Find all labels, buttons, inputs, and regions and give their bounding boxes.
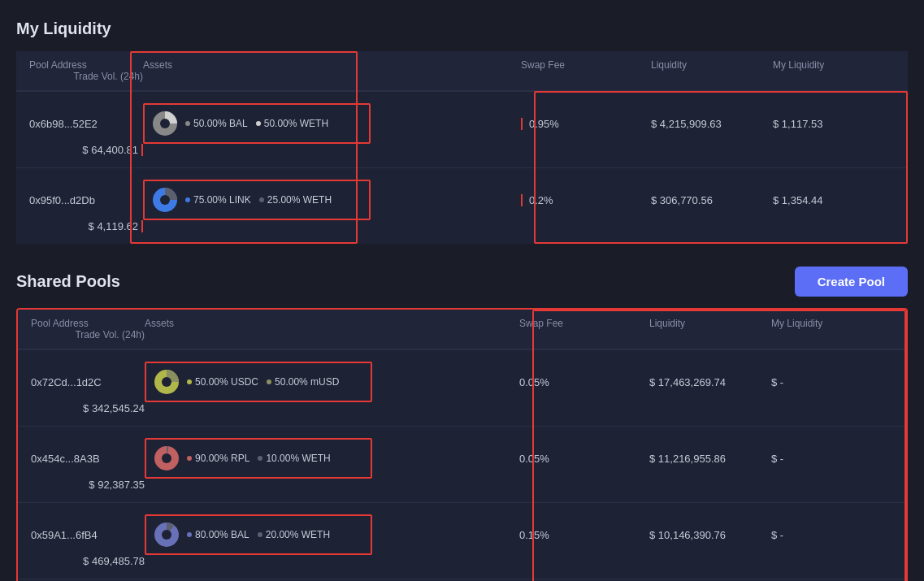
liquidity: $ 306,770.56: [651, 194, 773, 206]
shared-row-2[interactable]: 0x59A1...6fB4 80.00% BAL: [18, 502, 906, 579]
shared-row-1[interactable]: 0x454c...8A3B 90.00% RPL: [18, 426, 906, 502]
trade-vol: $ 64,400.81: [29, 144, 143, 156]
my-liquidity: $ -: [771, 376, 893, 388]
shared-row-0[interactable]: 0x72Cd...1d2C 50.00% USDC: [18, 349, 906, 426]
asset-dot-weth: [259, 197, 264, 202]
my-liq-col-empty: [371, 59, 521, 71]
asset-dot-weth: [256, 121, 261, 126]
trade-vol: $ 469,485.78: [31, 555, 145, 567]
asset-tag-musd: 50.00% mUSD: [267, 376, 339, 388]
my-liquidity-title: My Liquidity: [16, 20, 908, 38]
my-liq-col-tradevol: Trade Vol. (24h): [29, 71, 143, 82]
assets-cell-highlight: 75.00% LINK 25.00% WETH: [143, 180, 371, 220]
swap-fee: 0.05%: [519, 453, 649, 465]
shared-col-tradevol: Trade Vol. (24h): [31, 329, 145, 340]
asset-dot-link: [185, 197, 190, 202]
trade-vol: $ 342,545.24: [31, 402, 145, 414]
shared-col-empty: [372, 318, 519, 329]
my-liquidity-section: My Liquidity Pool Address Assets Swap Fe…: [16, 20, 908, 244]
shared-pools-title: Shared Pools: [16, 272, 120, 291]
asset-tag-link: 75.00% LINK: [185, 194, 251, 206]
asset-tag-rpl: 90.00% RPL: [187, 453, 249, 464]
my-liq-row-1[interactable]: 0x95f0...d2Db 75.00% LINK: [16, 167, 908, 244]
asset-tags: 80.00% BAL 20.00% WETH: [187, 529, 330, 540]
assets-cell-highlight: 50.00% BAL 50.00% WETH: [143, 103, 371, 144]
my-liquidity: $ 1,354.44: [773, 194, 895, 206]
liquidity: $ 17,463,269.74: [649, 376, 771, 388]
asset-tags: 90.00% RPL 10.00% WETH: [187, 453, 331, 464]
my-liq-col-swapfee: Swap Fee: [521, 59, 651, 71]
trade-vol: $ 92,387.35: [31, 479, 145, 491]
asset-tag-weth: 25.00% WETH: [259, 194, 332, 206]
pool-address: 0x95f0...d2Db: [29, 194, 143, 206]
my-liquidity: $ 1,117.53: [773, 118, 895, 130]
asset-dot-bal: [185, 121, 190, 126]
asset-tag-bal: 50.00% BAL: [185, 118, 248, 129]
svg-point-3: [160, 195, 170, 205]
asset-tags: 50.00% USDC 50.00% mUSD: [187, 376, 339, 388]
pie-chart: [153, 521, 180, 548]
shared-pools-header: Shared Pools Create Pool: [16, 267, 908, 297]
shared-col-assets: Assets: [145, 318, 372, 329]
svg-point-9: [162, 530, 171, 540]
swap-fee: 0.2%: [521, 194, 651, 206]
asset-tag-bal: 80.00% BAL: [187, 529, 249, 540]
my-liq-col-myliquidity: My Liquidity: [773, 59, 895, 71]
my-liq-col-assets: Assets: [143, 59, 371, 71]
asset-tags: 75.00% LINK 25.00% WETH: [185, 194, 332, 206]
asset-tag-weth: 50.00% WETH: [256, 118, 328, 129]
create-pool-button[interactable]: Create Pool: [795, 267, 908, 297]
svg-point-7: [162, 453, 171, 463]
swap-fee: 0.15%: [519, 529, 649, 541]
shared-col-address: Pool Address: [31, 318, 145, 329]
page-container: My Liquidity Pool Address Assets Swap Fe…: [0, 0, 924, 581]
pie-chart: [151, 110, 179, 137]
pie-chart: [151, 186, 179, 214]
shared-pools-section: Shared Pools Create Pool Pool Address As…: [16, 267, 908, 581]
my-liq-col-address: Pool Address: [29, 59, 143, 71]
pool-address: 0x454c...8A3B: [31, 453, 145, 465]
pool-address: 0x59A1...6fB4: [31, 529, 145, 541]
shared-assets-1: 90.00% RPL 10.00% WETH: [145, 438, 372, 479]
shared-col-liquidity: Liquidity: [649, 318, 771, 329]
asset-tag-weth: 10.00% WETH: [258, 453, 330, 464]
pie-chart: [153, 368, 180, 396]
svg-point-5: [162, 377, 171, 387]
swap-fee: 0.05%: [519, 376, 649, 388]
my-liquidity: $ -: [771, 529, 893, 541]
my-liquidity: $ -: [771, 453, 893, 465]
shared-assets-2: 80.00% BAL 20.00% WETH: [145, 514, 372, 555]
shared-assets-0: 50.00% USDC 50.00% mUSD: [145, 362, 372, 402]
pool-address: 0x6b98...52E2: [29, 118, 143, 130]
asset-tag-weth: 20.00% WETH: [258, 529, 330, 540]
shared-pools-table: Pool Address Assets Swap Fee Liquidity M…: [16, 308, 908, 581]
liquidity: $ 11,216,955.86: [649, 453, 771, 465]
pool-address: 0x72Cd...1d2C: [31, 376, 145, 388]
pie-chart: [153, 444, 180, 472]
my-liq-col-liquidity: Liquidity: [651, 59, 773, 71]
shared-col-myliquidity: My Liquidity: [771, 318, 893, 329]
liquidity: $ 10,146,390.76: [649, 529, 771, 541]
shared-col-swapfee: Swap Fee: [519, 318, 649, 329]
trade-vol: $ 4,119.62: [29, 220, 143, 232]
swap-fee: 0.95%: [521, 118, 651, 130]
my-liq-row-0[interactable]: 0x6b98...52E2 50.00% BAL: [16, 91, 908, 167]
asset-tag-usdc: 50.00% USDC: [187, 376, 258, 388]
liquidity: $ 4,215,909.63: [651, 118, 773, 130]
svg-point-1: [160, 119, 170, 128]
asset-tags: 50.00% BAL 50.00% WETH: [185, 118, 328, 129]
